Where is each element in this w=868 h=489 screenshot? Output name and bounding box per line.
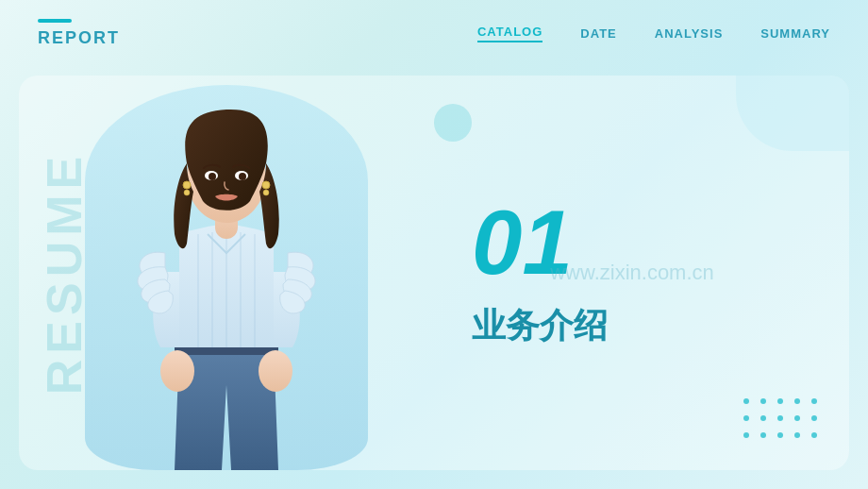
main-nav: CATALOG DATE ANALYSIS SUMMARY <box>477 25 830 42</box>
dot <box>777 398 783 404</box>
svg-point-15 <box>263 190 269 195</box>
dot <box>794 432 800 438</box>
dot <box>777 415 783 421</box>
svg-point-11 <box>239 173 246 180</box>
left-panel: RESUME <box>19 76 415 470</box>
dot <box>811 415 817 421</box>
nav-date[interactable]: DATE <box>580 26 616 41</box>
app-title: REPORT <box>38 28 120 48</box>
section-number: 01 <box>472 197 793 288</box>
dot <box>743 415 749 421</box>
deco-circle <box>434 104 472 142</box>
dot <box>743 432 749 438</box>
svg-point-14 <box>262 181 270 189</box>
right-panel: 01 业务介绍 www.zixin.com.cn <box>415 76 849 470</box>
section-subtitle: 业务介绍 <box>472 303 793 349</box>
header: REPORT CATALOG DATE ANALYSIS SUMMARY <box>0 0 868 66</box>
dot <box>811 432 817 438</box>
svg-point-12 <box>183 181 191 189</box>
dot <box>760 415 766 421</box>
logo-area: REPORT <box>38 19 120 48</box>
dot <box>760 398 766 404</box>
dot <box>777 432 783 438</box>
main-content: RESUME <box>19 76 849 470</box>
nav-summary[interactable]: SUMMARY <box>760 26 830 41</box>
dot <box>743 398 749 404</box>
svg-point-10 <box>209 173 216 180</box>
dot <box>760 432 766 438</box>
svg-point-17 <box>259 350 292 392</box>
dot <box>811 398 817 404</box>
dots-decoration <box>743 398 821 442</box>
accent-line <box>38 19 72 23</box>
dot <box>794 415 800 421</box>
nav-analysis[interactable]: ANALYSIS <box>655 26 724 41</box>
svg-point-13 <box>184 190 190 195</box>
dot <box>794 398 800 404</box>
nav-catalog[interactable]: CATALOG <box>477 25 542 42</box>
svg-point-16 <box>160 350 194 392</box>
person-illustration <box>104 102 349 470</box>
person-image-container <box>75 76 377 470</box>
